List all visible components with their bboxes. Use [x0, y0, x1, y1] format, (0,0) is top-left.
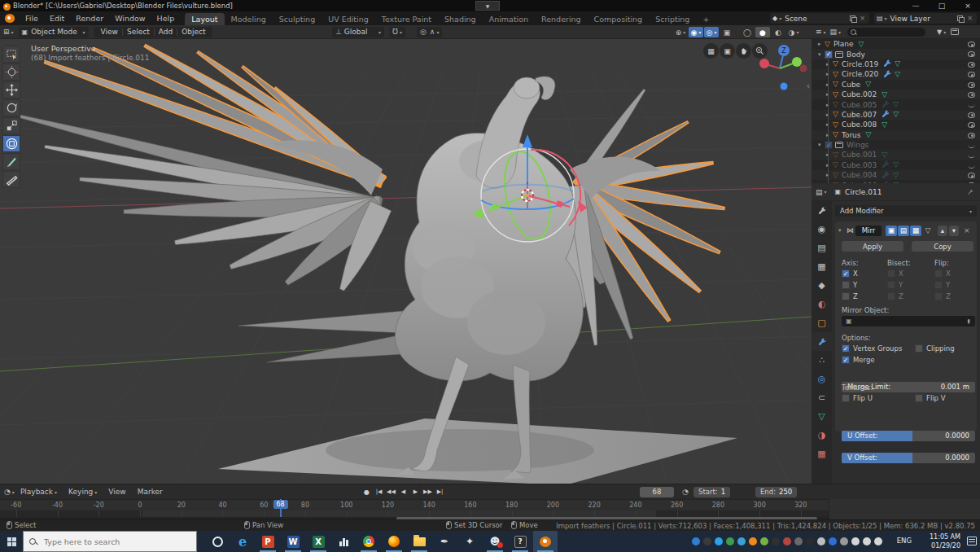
prev-keyframe-button[interactable]: ◀◀: [385, 488, 397, 495]
apply-button[interactable]: Apply: [842, 241, 903, 252]
tray-icon-bluetooth[interactable]: [829, 537, 837, 545]
add-workspace-button[interactable]: +: [696, 13, 715, 25]
tray-icon-usb-device[interactable]: [817, 537, 825, 545]
new-view-layer-icon[interactable]: [957, 15, 963, 21]
minimize-button[interactable]: —: [903, 1, 928, 11]
pin-icon[interactable]: ⊸: [965, 186, 975, 196]
outliner-row-body[interactable]: ▾✓Body: [812, 49, 980, 59]
cursor-3d-tool[interactable]: [2, 64, 20, 81]
collection-checkbox[interactable]: ✓: [825, 50, 833, 59]
scale-tool[interactable]: [2, 117, 20, 134]
outliner-row-torus[interactable]: ▸▽Torus▽: [812, 130, 980, 140]
outliner-row-circle.020[interactable]: ▸▽Circle.020▽: [812, 69, 980, 79]
viewport-menu-object[interactable]: Object: [177, 28, 209, 36]
outliner-row-cube.001[interactable]: ▸▽Cube.001▽: [812, 150, 980, 160]
shading-material-button[interactable]: ◐: [771, 27, 785, 37]
workspace-tab-sculpting[interactable]: Sculpting: [273, 13, 322, 25]
object-expand-icon[interactable]: ▸: [818, 41, 825, 47]
viewport-canvas[interactable]: Z: [0, 39, 812, 484]
display-realtime-toggle[interactable]: ▤: [898, 226, 909, 236]
eye-closed-icon[interactable]: [968, 162, 975, 170]
transform-tool[interactable]: [2, 135, 20, 152]
merge-checkbox[interactable]: ✓Merge: [842, 356, 875, 364]
shading-rendered-button[interactable]: ◑▾: [786, 27, 801, 37]
current-frame-badge[interactable]: 68: [273, 500, 287, 509]
outliner-row-cube.003[interactable]: ▸▽Cube.003▽: [812, 160, 980, 170]
remove-view-layer-icon[interactable]: ×: [967, 15, 973, 22]
eyedropper-icon[interactable]: ✒: [964, 318, 972, 324]
properties-tab-object-data[interactable]: ▽: [812, 407, 832, 426]
taskbar-app-excel[interactable]: X: [306, 531, 330, 552]
workspace-tab-compositing[interactable]: Compositing: [588, 13, 650, 25]
modifier-expand-icon[interactable]: ▾: [838, 227, 845, 234]
view-layer-selector[interactable]: ▤▾ View Layer ×: [874, 13, 977, 24]
tray-icon-game-bar[interactable]: [703, 537, 711, 545]
transform-orientation-selector[interactable]: ⊥ Global ▾: [332, 27, 384, 37]
topbar-menu-help[interactable]: Help: [151, 11, 181, 25]
timeline-menu-keying[interactable]: Keying▾: [63, 488, 103, 496]
taskbar-app-pen-tablet[interactable]: ✒: [432, 531, 457, 552]
outliner-row-cube.004[interactable]: ▸▽Cube.004▽: [812, 170, 980, 180]
outliner-row-cube.007[interactable]: ▸▽Cube.007▽: [812, 110, 980, 120]
taskbar-app-firefox[interactable]: [382, 531, 406, 552]
filter-button[interactable]: ▼▾: [937, 28, 946, 36]
select-box-tool[interactable]: [2, 46, 20, 63]
outliner-row-cube[interactable]: ▸▽Cube▽: [812, 80, 980, 90]
collection-expand-icon[interactable]: ▾: [818, 51, 825, 58]
checkbox-flip-z[interactable]: Z: [934, 292, 951, 300]
xray-toggle[interactable]: ▣: [720, 27, 734, 37]
clipping-checkbox[interactable]: Clipping: [915, 344, 955, 353]
viewport-menu-view[interactable]: View: [97, 28, 122, 36]
shading-wireframe-button[interactable]: ◯: [740, 27, 755, 37]
display-render-toggle[interactable]: ▣: [886, 226, 897, 236]
current-frame-field[interactable]: 68: [640, 487, 674, 497]
workspace-tab-uv-editing[interactable]: UV Editing: [322, 13, 375, 25]
checkbox-flip-x[interactable]: X: [934, 269, 951, 278]
tray-icon-utorrent[interactable]: [737, 537, 746, 545]
outliner-row-circle.019[interactable]: ▸▽Circle.019▽: [812, 59, 980, 69]
tray-icon-skype[interactable]: [715, 537, 723, 545]
taskbar-app-blender[interactable]: [533, 531, 558, 552]
properties-tab-scene[interactable]: ◆: [812, 276, 832, 295]
modifier-name-field[interactable]: Mirr: [855, 226, 882, 236]
new-scene-icon[interactable]: [850, 15, 855, 21]
properties-tab-object[interactable]: ▢: [812, 313, 832, 332]
u-offset-slider[interactable]: U Offset: 0.0000: [842, 431, 975, 441]
outliner-display-mode[interactable]: ▤▾: [830, 28, 842, 36]
eye-open-icon[interactable]: [968, 41, 975, 49]
add-modifier-dropdown[interactable]: Add Modifier ▾: [835, 205, 977, 217]
properties-tab-texture[interactable]: ▦: [812, 445, 832, 463]
workspace-tab-texture-paint[interactable]: Texture Paint: [375, 13, 438, 25]
titlebar-dropdown-caret[interactable]: ▼: [475, 1, 500, 11]
eye-closed-icon[interactable]: [968, 151, 975, 160]
flip-u-checkbox[interactable]: Flip U: [842, 394, 873, 402]
viewport-3d[interactable]: Z User Perspective (68) Import feathers …: [0, 39, 812, 484]
checkbox-bisect-z[interactable]: Z: [887, 292, 903, 300]
eye-open-icon[interactable]: [968, 172, 975, 180]
eye-open-icon[interactable]: [968, 61, 975, 69]
frame-start-field[interactable]: Start: 1: [693, 487, 730, 497]
properties-tab-tool[interactable]: [812, 201, 832, 220]
workspace-tab-modeling[interactable]: Modeling: [225, 13, 273, 25]
outliner-row-wings[interactable]: ▾✓Wings: [812, 140, 980, 150]
move-modifier-down-button[interactable]: ▾: [949, 226, 959, 236]
checkbox-bisect-y[interactable]: Y: [887, 281, 903, 289]
taskbar-app-word[interactable]: W: [281, 531, 305, 552]
timeline-menu-view[interactable]: View: [103, 488, 131, 496]
scene-selector[interactable]: ◆▾ Scene ×: [770, 13, 869, 24]
shading-solid-button[interactable]: ●: [755, 27, 770, 37]
sidebar-toggle-arrow[interactable]: ‹: [807, 81, 810, 90]
tray-icon-defender[interactable]: [726, 537, 734, 545]
checkbox-axis-x[interactable]: ✓X: [842, 269, 858, 278]
checkbox-bisect-x[interactable]: X: [887, 269, 903, 278]
viewport-menu-select[interactable]: Select: [123, 28, 154, 36]
checkbox-axis-z[interactable]: Z: [842, 292, 858, 300]
timeline-editor-selector[interactable]: ◔▾: [4, 488, 15, 496]
viewport-menu-add[interactable]: Add: [155, 28, 177, 36]
display-oncage-toggle[interactable]: ▽: [922, 226, 934, 236]
flip-v-checkbox[interactable]: Flip V: [915, 394, 946, 402]
snapping-selector[interactable]: ℧▾: [389, 27, 405, 37]
tray-icon-phone-link[interactable]: [840, 537, 848, 545]
workspace-tab-rendering[interactable]: Rendering: [535, 13, 588, 25]
properties-tab-modifiers[interactable]: [812, 332, 832, 351]
